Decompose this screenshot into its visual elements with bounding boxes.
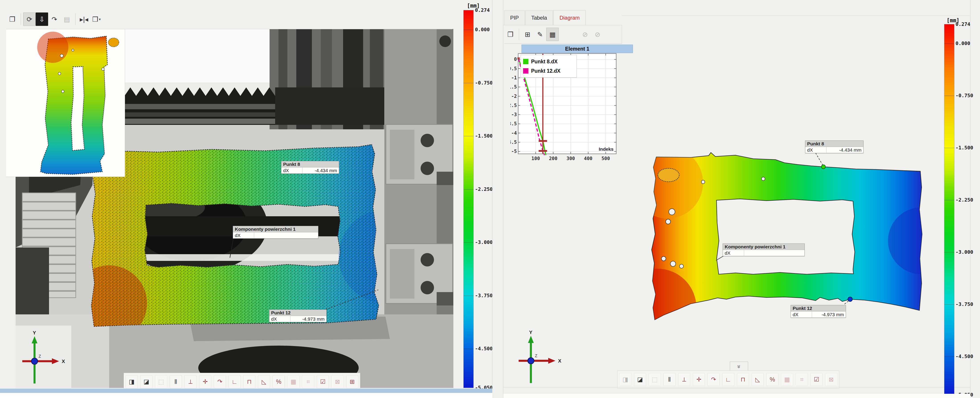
scale-tick-label: -3.000 [475, 240, 493, 245]
clip-region-button[interactable]: ⌗ [796, 373, 808, 386]
show-overlay-image-icon: ◪ [143, 378, 149, 385]
play-stages-icon: ⟳ [27, 15, 32, 23]
split-stage-button[interactable]: ⫴ [663, 373, 676, 386]
create-curve-button[interactable]: ↷ [214, 375, 226, 388]
color-scale-bar[interactable] [463, 10, 474, 388]
left-3d-view[interactable]: ❐⟳⇩↷▤▸|◂❒▾ Punkt 8 dX -4.434 mm Komponen… [0, 0, 492, 398]
deviation-flags-button[interactable]: ⊠ [825, 373, 837, 386]
axis-z-label: Z [38, 354, 41, 358]
show-left-image-button[interactable]: ◨ [126, 375, 138, 388]
drag-stage-button[interactable]: ⬚ [649, 373, 661, 386]
create-link-button[interactable]: % [766, 373, 778, 386]
create-section-button[interactable]: ∟ [722, 373, 734, 386]
split-compare-button[interactable]: ▸|◂ [78, 13, 90, 26]
fit-view-button[interactable]: ⇩ [36, 13, 48, 26]
play-stages-button[interactable]: ⟳ [23, 13, 36, 26]
viewport-top-border [622, 16, 970, 16]
rotate-stage-button[interactable]: ↷ [48, 13, 60, 26]
check-elements-icon: ☑ [814, 376, 819, 383]
zoom-reset-button[interactable]: ⊘ [579, 28, 591, 41]
split-stage-button[interactable]: ⫴ [170, 375, 182, 388]
create-surface-component-icon: ⊓ [247, 378, 251, 385]
color-scale-bar[interactable] [944, 24, 955, 395]
create-surface-component-button[interactable]: ⊓ [243, 375, 255, 388]
zoom-lock-icon: ⊘ [595, 30, 600, 38]
create-distance-button[interactable]: ✛ [693, 373, 705, 386]
annotation-surface-component[interactable]: Komponenty powierzchni 1 dX [723, 243, 805, 256]
scale-tick-line [944, 43, 954, 44]
y-tick-label: -3 [511, 112, 517, 117]
annotation-value: -4.434 mm [302, 168, 339, 173]
drag-stage-button[interactable]: ⬚ [155, 375, 167, 388]
y-tick-label: -1.5 [511, 84, 517, 90]
diagram-type-button[interactable]: ▦ [546, 28, 559, 41]
surface-component-mesh[interactable] [642, 138, 927, 326]
create-angle-button[interactable]: ◺ [752, 373, 764, 386]
create-distance-button[interactable]: ✛ [199, 375, 211, 388]
create-link-icon: % [276, 378, 282, 385]
point-marker-punkt8[interactable] [821, 165, 826, 169]
stage-value-marker [539, 140, 547, 142]
right-view-toolbar: ❐⊞✎▦⊘⊘ [504, 25, 622, 44]
scale-tick-line [944, 96, 954, 96]
deviation-flags-button[interactable]: ⊠ [331, 375, 344, 388]
annotation-param: dX [791, 312, 812, 318]
show-left-image-button[interactable]: ◨ [619, 373, 632, 386]
toolbar-collapse-button[interactable]: » [730, 362, 748, 371]
scale-tick-label: -2.250 [956, 197, 973, 203]
view-cube-button[interactable]: ❒▾ [90, 13, 103, 26]
add-diagram-button[interactable]: ⊞ [521, 28, 534, 41]
annotation-punkt8[interactable]: Punkt 8 dX -4.434 mm [281, 161, 339, 174]
tab-pip[interactable]: PIP [504, 11, 525, 25]
show-overlay-image-button[interactable]: ◪ [140, 375, 153, 388]
create-section-button[interactable]: ∟ [229, 375, 240, 388]
zoom-lock-button[interactable]: ⊘ [591, 28, 604, 41]
tab-tabela[interactable]: Tabela [525, 11, 553, 25]
scale-tick-label: -3.750 [475, 293, 493, 298]
create-angle-button[interactable]: ◺ [258, 375, 270, 388]
legend-swatch-green [523, 59, 528, 64]
create-point-button[interactable]: ⟂ [678, 373, 690, 386]
color-scale-ticks: 0.2740.000-0.750-1.500-2.250-3.000-3.750… [956, 24, 970, 395]
panel-right-border [970, 0, 970, 398]
annotation-param: dX [233, 232, 254, 238]
annotation-surface-component[interactable]: Komponenty powierzchni 1 dX [233, 226, 318, 238]
zoom-reset-icon: ⊘ [582, 30, 588, 38]
tab-diagram[interactable]: Diagram [554, 10, 586, 25]
x-tick-label: 100 [531, 156, 540, 161]
create-link-button[interactable]: % [273, 375, 285, 388]
right-3d-view[interactable]: PIP Tabela Diagram ❐⊞✎▦⊘⊘ 0-0.5-1-1.5-2-… [503, 0, 970, 398]
pip-mode-button[interactable]: ❐ [504, 28, 517, 41]
diagram-title-bar[interactable]: Element 1 [522, 45, 633, 53]
pip-mode-button[interactable]: ❐ [6, 13, 19, 26]
annotation-param: dX [269, 316, 291, 322]
annotation-param: dX [282, 168, 302, 173]
grid-snap-button[interactable]: ▦ [781, 373, 793, 386]
legend-entry: Punkt 8.dX [523, 57, 574, 66]
annotation-punkt12[interactable]: Punkt 12 dX -4.973 mm [269, 310, 326, 322]
show-overlay-image-button[interactable]: ◪ [634, 373, 646, 386]
create-curve-button[interactable]: ↷ [708, 373, 719, 386]
y-tick-label: -3.5 [511, 121, 517, 126]
edit-style-button[interactable]: ✎ [534, 28, 546, 41]
create-table-button[interactable]: ⊞ [346, 375, 358, 388]
annotation-punkt8[interactable]: Punkt 8 dX -4.434 mm [805, 141, 864, 153]
scale-tick-label: 0.000 [475, 27, 490, 32]
create-surface-component-button[interactable]: ⊓ [737, 373, 749, 386]
scale-tick-label: 0.000 [956, 40, 970, 46]
clip-region-icon: ⌗ [306, 378, 310, 385]
grid-snap-button[interactable]: ▦ [287, 375, 299, 388]
point-marker-punkt12[interactable] [848, 297, 852, 302]
annotation-punkt12[interactable]: Punkt 12 dX -4.973 mm [791, 305, 846, 318]
image-plane-button[interactable]: ▤ [60, 13, 73, 26]
scale-tick-line [944, 356, 954, 357]
create-point-button[interactable]: ⟂ [185, 375, 196, 388]
check-elements-button[interactable]: ☑ [317, 375, 329, 388]
y-tick-label: -1 [511, 75, 517, 80]
clip-region-button[interactable]: ⌗ [302, 375, 314, 388]
pip-specimen-preview [6, 29, 125, 177]
check-elements-button[interactable]: ☑ [810, 373, 822, 386]
pip-inset[interactable] [6, 29, 125, 177]
diagram-inset[interactable]: 0-0.5-1-1.5-2-2.5-3-3.5-4-4.5-5100200300… [511, 45, 635, 163]
right-bottom-toolbar: ◨◪⬚⫴⟂✛↷∟⊓◺%▦⌗☑⊠ [617, 371, 839, 388]
